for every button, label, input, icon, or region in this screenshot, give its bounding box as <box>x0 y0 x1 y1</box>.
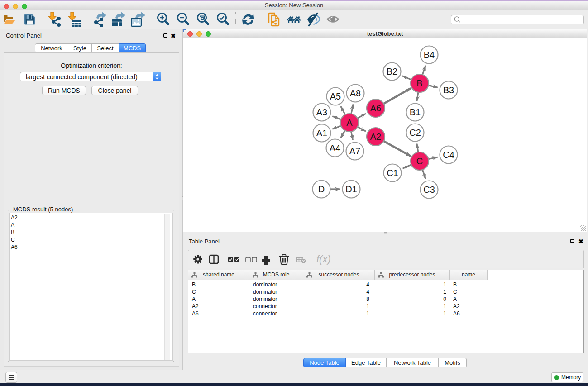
svg-text:f(x): f(x) <box>316 253 331 265</box>
svg-text:A7: A7 <box>349 146 360 156</box>
svg-text:A: A <box>346 118 353 128</box>
svg-text:D: D <box>318 184 325 194</box>
svg-text:B1: B1 <box>410 107 421 117</box>
svg-text:B4: B4 <box>424 50 435 60</box>
svg-text:B: B <box>416 78 422 88</box>
svg-text:C2: C2 <box>409 128 421 138</box>
svg-text:A1: A1 <box>316 128 327 138</box>
svg-text:B3: B3 <box>443 85 454 95</box>
svg-text:A5: A5 <box>330 91 341 101</box>
svg-text:A4: A4 <box>330 143 340 153</box>
svg-text:D1: D1 <box>345 184 357 194</box>
svg-text:C1: C1 <box>387 168 398 178</box>
svg-text:A3: A3 <box>316 107 327 117</box>
svg-text:A6: A6 <box>370 103 381 113</box>
svg-text:C3: C3 <box>423 185 435 195</box>
svg-text:A2: A2 <box>370 132 381 142</box>
svg-text:C: C <box>416 156 423 166</box>
svg-text:B2: B2 <box>387 67 397 76</box>
svg-text:A8: A8 <box>350 88 361 98</box>
svg-text:C4: C4 <box>443 150 454 160</box>
